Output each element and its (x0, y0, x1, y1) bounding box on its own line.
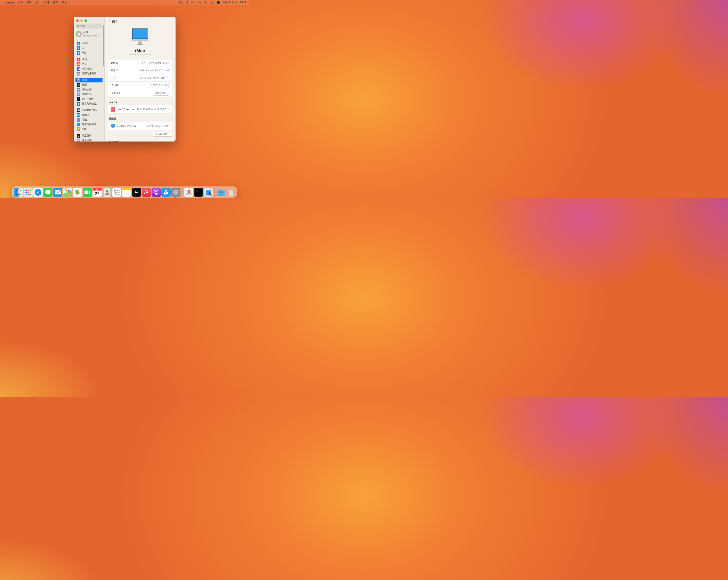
sidebar-item-bluetooth[interactable]: 蓝牙 (75, 46, 103, 50)
dock-finder[interactable] (14, 188, 23, 197)
wifi-icon (77, 42, 80, 45)
sidebar-item-wifi[interactable]: Wi-Fi (75, 41, 103, 46)
wallpaper-icon (77, 118, 80, 122)
login-subtitle: 使用你的 Apple ID (83, 34, 100, 37)
desktop-icon (77, 108, 80, 112)
dock-appstore[interactable] (161, 188, 171, 197)
sidebar-item-label: 辅助功能 (82, 88, 92, 91)
status-controlcenter-icon[interactable] (210, 1, 213, 4)
login-row[interactable]: 登录 使用你的 Apple ID (75, 30, 103, 39)
svg-rect-25 (78, 109, 80, 111)
bluetooth-icon (77, 46, 80, 50)
svg-rect-59 (18, 188, 23, 197)
dock-notes[interactable] (122, 188, 131, 197)
spec-row: 处理器3.7 GHz 六核Intel Core i5 (108, 59, 172, 67)
screensaver-icon (77, 123, 80, 126)
spec-value: AMD Radeon RX 570 4 GB (139, 69, 170, 72)
dock-photos[interactable] (73, 188, 82, 197)
sidebar-item-displays[interactable]: 显示器 (75, 113, 103, 117)
dock-music[interactable] (142, 188, 151, 197)
status-spotlight-icon[interactable] (204, 1, 207, 4)
sidebar-item-privacy[interactable]: 隐私与安全性 (75, 101, 103, 106)
sidebar-item-wallpaper[interactable]: 墙纸 (75, 117, 103, 122)
sidebar-item-screentime[interactable]: 屏幕使用时间 (75, 71, 103, 76)
search-placeholder: 搜索 (80, 24, 85, 28)
dock-tv[interactable]: tv (132, 188, 141, 197)
svg-point-116 (175, 191, 177, 193)
dock-mail[interactable] (53, 188, 62, 197)
dock-launchpad[interactable] (24, 188, 33, 197)
dock-contacts[interactable] (102, 188, 111, 197)
sidebar-item-controlcenter[interactable]: 控制中心 (75, 92, 103, 97)
menu-window[interactable]: 窗口 (53, 1, 58, 4)
dock-podcasts[interactable] (152, 188, 161, 197)
status-siri-icon[interactable] (217, 1, 220, 4)
dock-safari[interactable] (33, 188, 43, 197)
dock-terminal[interactable]: >_ (194, 188, 203, 197)
window-zoom-button[interactable] (84, 20, 87, 22)
svg-point-48 (140, 40, 140, 41)
sidebar-item-appearance[interactable]: 外观 (75, 82, 103, 87)
sidebar-item-desktop[interactable]: 桌面与程序坞 (75, 108, 103, 113)
sidebar-item-sound[interactable]: 声音 (75, 62, 103, 67)
status-input-icon[interactable]: A (191, 1, 194, 4)
sidebar: 搜索 登录 使用你的 Apple ID Wi-Fi 蓝牙 网络 通知 声音 专注… (74, 17, 105, 141)
dock: 8月27tv>_ (12, 186, 237, 198)
menu-help[interactable]: 帮助 (62, 1, 67, 4)
status-sound-icon[interactable] (198, 1, 201, 4)
sidebar-scrollbar[interactable] (103, 25, 104, 140)
sidebar-item-screensaver[interactable]: 屏幕保护程序 (75, 122, 103, 127)
svg-point-19 (78, 89, 79, 89)
sound-icon (77, 62, 80, 66)
menu-app[interactable]: Finder (6, 1, 14, 4)
displays-icon (77, 113, 80, 117)
sidebar-item-label: 蓝牙 (82, 46, 87, 50)
dock-facetime[interactable] (83, 188, 92, 197)
sidebar-item-lock[interactable]: 锁定屏幕 (75, 133, 103, 138)
menu-view[interactable]: 显示 (35, 1, 41, 4)
dock-disk-utility[interactable] (184, 188, 193, 197)
status-clock[interactable]: 8月27日 周六 15:09 (223, 1, 246, 4)
warranty-details-button[interactable]: 详细信息... (153, 91, 170, 96)
search-input[interactable]: 搜索 (75, 24, 103, 28)
dock-settings[interactable] (171, 188, 180, 197)
sidebar-item-network[interactable]: 网络 (75, 50, 103, 55)
device-subtext: Retina 5K, 27-inch, 2019 (108, 54, 172, 56)
info-icon[interactable]: i (166, 77, 170, 79)
sidebar-item-energy[interactable]: 节能 (75, 127, 103, 131)
sidebar-item-notifications[interactable]: 通知 (75, 57, 103, 62)
window-minimize-button[interactable] (80, 20, 83, 22)
dock-reminders[interactable] (112, 188, 122, 197)
sidebar-item-siri[interactable]: Siri 与聚焦 (75, 97, 103, 101)
notifications-icon (77, 58, 80, 61)
dock-messages[interactable] (43, 188, 52, 197)
dock-maps[interactable] (63, 188, 72, 197)
dock-calendar[interactable]: 8月27 (93, 188, 102, 197)
svg-point-64 (27, 189, 29, 191)
svg-text:tv: tv (135, 190, 138, 194)
dock-downloads[interactable] (216, 188, 226, 197)
menu-file[interactable]: 文件 (18, 1, 23, 4)
sidebar-item-general[interactable]: 通用 (75, 78, 103, 82)
display-settings-button[interactable]: 显示器设置... (153, 132, 172, 137)
status-bluetooth-icon[interactable] (186, 1, 188, 4)
dock-trash[interactable] (226, 188, 235, 197)
menu-edit[interactable]: 编辑 (26, 1, 32, 4)
svg-point-14 (78, 60, 79, 60)
dock-separator (214, 188, 215, 197)
window-close-button[interactable] (76, 20, 79, 22)
menu-go[interactable]: 前往 (44, 1, 49, 4)
status-tv-icon[interactable] (179, 1, 183, 4)
svg-point-71 (29, 193, 31, 195)
accessibility-icon (77, 88, 80, 91)
sidebar-item-accessibility[interactable]: 辅助功能 (75, 87, 103, 92)
svg-point-69 (25, 193, 27, 195)
energy-icon (77, 127, 80, 131)
svg-rect-129 (217, 189, 220, 191)
dock-preview[interactable] (204, 188, 213, 197)
sidebar-item-label: 声音 (82, 62, 87, 66)
back-button[interactable] (108, 20, 110, 24)
sidebar-item-loginpw[interactable]: 登录密码 (75, 138, 103, 141)
sidebar-item-focus[interactable]: 专注模式 (75, 67, 103, 71)
lock-icon (77, 134, 80, 138)
